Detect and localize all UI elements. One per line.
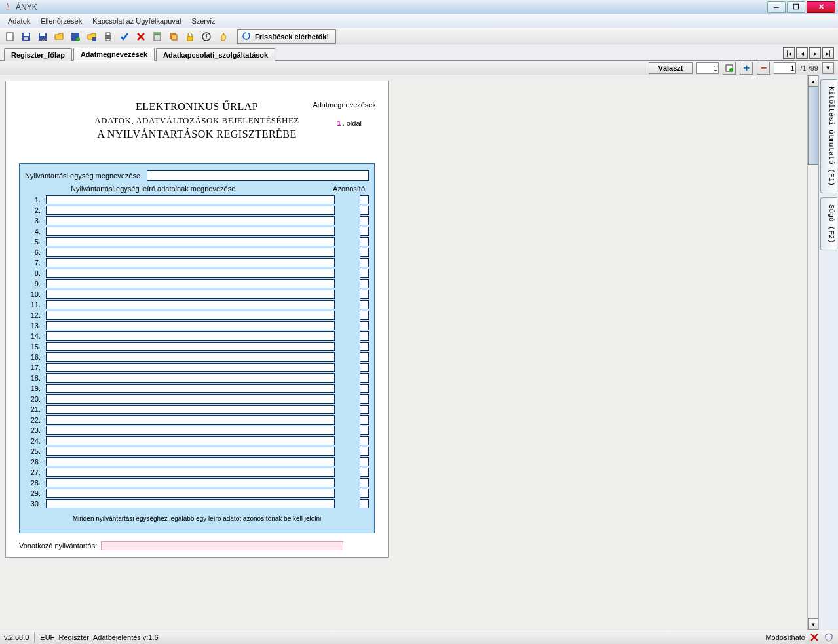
row-text-input[interactable] [46,195,335,204]
row-id-checkbox[interactable] [360,227,369,236]
status-shield-icon[interactable] [824,632,834,643]
row-text-input[interactable] [46,457,335,466]
row-text-input[interactable] [46,269,335,278]
row-text-input[interactable] [46,290,335,299]
row-id-checkbox[interactable] [360,394,369,404]
row-id-checkbox[interactable] [360,489,369,498]
menu-adatok[interactable]: Adatok [3,16,35,26]
row-id-checkbox[interactable] [360,342,369,351]
menu-szerviz[interactable]: Szerviz [186,16,220,26]
row-text-input[interactable] [46,436,335,445]
fit-page-icon[interactable] [723,62,736,75]
save-as-icon[interactable] [35,29,50,44]
row-text-input[interactable] [46,352,335,362]
row-text-input[interactable] [46,321,335,330]
row-id-checkbox[interactable] [360,269,369,278]
row-id-checkbox[interactable] [360,436,369,445]
info-icon[interactable]: i [199,29,214,44]
row-id-checkbox[interactable] [360,258,369,267]
row-id-checkbox[interactable] [360,237,369,246]
menu-kapcsolat[interactable]: Kapcsolat az Ügyfélkapuval [87,16,186,26]
row-text-input[interactable] [46,384,335,393]
unit-name-input[interactable] [147,170,369,181]
row-id-checkbox[interactable] [360,415,369,425]
row-id-checkbox[interactable] [360,447,369,456]
row-id-checkbox[interactable] [360,331,369,341]
close-button[interactable]: ✕ [807,1,835,13]
row-text-input[interactable] [46,237,335,246]
tab-adatkapcsolati[interactable]: Adatkapcsolati_szolgáltatások [156,48,275,61]
row-text-input[interactable] [46,279,335,288]
nav-next-icon[interactable]: ▸ [809,47,821,59]
valaszt-button[interactable]: Választ [649,62,693,74]
tab-adatmegnevezesek[interactable]: Adatmegnevezések [73,48,155,61]
row-text-input[interactable] [46,227,335,236]
row-id-checkbox[interactable] [360,384,369,393]
row-id-checkbox[interactable] [360,426,369,435]
menu-ellenorzesek[interactable]: Ellenőrzések [35,16,87,26]
row-id-checkbox[interactable] [360,248,369,257]
row-text-input[interactable] [46,216,335,225]
stack-icon[interactable] [166,29,181,44]
hand-icon[interactable] [216,29,230,44]
nav-first-icon[interactable]: |◂ [783,47,795,59]
vtab-help-guide[interactable]: Kitöltési útmutató (F1) [820,79,837,193]
nav-last-icon[interactable]: ▸| [822,47,834,59]
vtab-sugo[interactable]: Súgó (F2) [820,197,837,250]
zoom-in-icon[interactable]: + [740,62,753,75]
row-id-checkbox[interactable] [360,311,369,320]
nav-prev-icon[interactable]: ◂ [796,47,808,59]
lock-icon[interactable] [183,29,197,44]
row-id-checkbox[interactable] [360,195,369,204]
minimize-button[interactable]: ─ [767,1,786,13]
row-text-input[interactable] [46,426,335,435]
row-text-input[interactable] [46,405,335,414]
row-id-checkbox[interactable] [360,373,369,383]
row-id-checkbox[interactable] [360,478,369,487]
check-icon[interactable] [117,29,132,44]
open-icon[interactable] [52,29,66,44]
status-delete-icon[interactable] [809,632,820,643]
row-text-input[interactable] [46,489,335,498]
row-id-checkbox[interactable] [360,363,369,372]
scroll-down-icon[interactable]: ▾ [808,618,818,630]
row-text-input[interactable] [46,415,335,425]
vertical-scrollbar[interactable]: ▴ ▾ [807,75,818,630]
vonatkozo-field[interactable] [101,541,343,550]
row-text-input[interactable] [46,478,335,487]
row-text-input[interactable] [46,331,335,341]
maximize-button[interactable]: ☐ [787,1,805,13]
save-green-icon[interactable] [68,29,83,44]
row-text-input[interactable] [46,468,335,477]
row-id-checkbox[interactable] [360,352,369,362]
dropdown-arrow-icon[interactable]: ▾ [822,62,834,74]
save-icon[interactable] [19,29,33,44]
row-id-checkbox[interactable] [360,206,369,215]
row-text-input[interactable] [46,373,335,383]
row-text-input[interactable] [46,394,335,404]
row-id-checkbox[interactable] [360,321,369,330]
tab-regiszter-folap[interactable]: Regiszter_főlap [4,48,72,61]
row-text-input[interactable] [46,311,335,320]
row-text-input[interactable] [46,499,335,508]
row-text-input[interactable] [46,363,335,372]
zoom-out-icon[interactable]: − [757,62,770,75]
row-text-input[interactable] [46,206,335,215]
page-right-input[interactable] [774,62,796,74]
row-id-checkbox[interactable] [360,216,369,225]
new-icon[interactable] [3,29,17,44]
print-icon[interactable] [101,29,115,44]
row-text-input[interactable] [46,342,335,351]
row-id-checkbox[interactable] [360,279,369,288]
delete-icon[interactable] [134,29,148,44]
row-id-checkbox[interactable] [360,499,369,508]
scroll-up-icon[interactable]: ▴ [808,75,818,86]
row-text-input[interactable] [46,258,335,267]
row-id-checkbox[interactable] [360,468,369,477]
open-folder-icon[interactable] [85,29,99,44]
page-left-input[interactable] [696,62,719,74]
scroll-thumb[interactable] [808,86,818,165]
scroll-track[interactable] [808,86,818,618]
calc-icon[interactable] [150,29,164,44]
row-id-checkbox[interactable] [360,457,369,466]
